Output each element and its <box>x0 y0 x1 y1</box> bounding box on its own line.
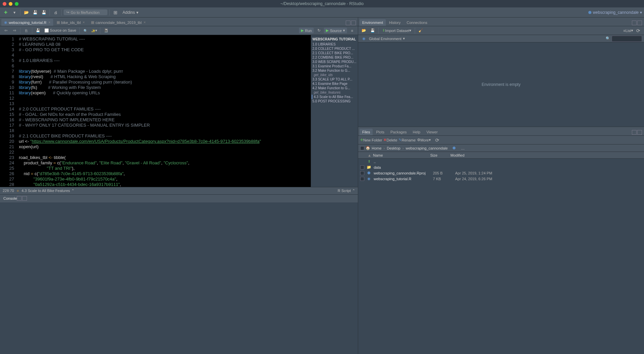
files-header: ▲ Name Size Modified <box>358 152 644 159</box>
sort-indicator[interactable]: ▲ <box>368 153 373 157</box>
tab-bike-ids[interactable]: ▦ bike_ids_tbl × <box>54 19 88 26</box>
file-type[interactable]: R Script <box>338 189 351 193</box>
source-on-save-checkbox[interactable]: Source on Save <box>43 28 77 33</box>
find-button[interactable] <box>82 27 89 34</box>
tab-environment[interactable]: Environment <box>360 19 386 26</box>
grid-button[interactable] <box>112 9 119 16</box>
r-scope-icon[interactable]: ◉ <box>360 35 368 42</box>
new-project-button[interactable]: ▾ <box>11 9 18 16</box>
minimize-pane-icon[interactable] <box>632 130 637 135</box>
rename-button[interactable]: ✎ Rename <box>399 136 416 144</box>
parent-dir-row[interactable]: ⬆.. <box>358 159 644 164</box>
env-scope-bar: ◉ Global Environment ▾ 🔍 <box>358 35 644 42</box>
line-number-gutter: 1234567891011121314151617181920212223242… <box>0 35 17 187</box>
outline-item[interactable]: 2.1 COLLECT BIKE PRO... <box>312 51 357 55</box>
minimize-pane-icon[interactable] <box>346 21 350 25</box>
env-scope[interactable]: Global Environment <box>369 37 402 41</box>
load-workspace-button[interactable]: 📂 <box>360 27 368 34</box>
list-view-button[interactable]: ≡ List ▾ <box>623 27 633 34</box>
home-icon[interactable]: 🏠 <box>366 146 370 150</box>
outline-button[interactable]: ≡ <box>348 27 356 34</box>
tab-viewer[interactable]: Viewer <box>424 129 440 135</box>
close-tab-icon[interactable]: × <box>144 21 146 24</box>
more-path-button[interactable]: … <box>459 144 467 152</box>
more-button[interactable]: More ▾ <box>417 136 431 144</box>
file-checkbox[interactable] <box>360 171 364 175</box>
outline-item[interactable]: 5.0 POST PROCESSING <box>312 99 357 103</box>
code-content[interactable]: # WEBSCRAPING TUTORIAL ----# LEARNING LA… <box>17 35 311 187</box>
minimize-console-icon[interactable] <box>17 196 22 201</box>
maximize-console-icon[interactable] <box>22 196 27 201</box>
minimize-window-icon[interactable] <box>9 2 12 6</box>
close-tab-icon[interactable]: × <box>83 21 85 24</box>
outline-item[interactable]: get_bike_ids <box>312 73 357 77</box>
import-dataset-button[interactable]: ⬇ Import Dataset ▾ <box>381 27 413 34</box>
tab-webscraping-tutorial[interactable]: ◉ webscraping_tutorial.R × <box>1 19 53 26</box>
search-env-input[interactable] <box>612 36 642 42</box>
maximize-pane-icon[interactable] <box>637 21 642 25</box>
outline-item[interactable]: 2.2 COMBINE BIKE PRO... <box>312 55 357 60</box>
outline-item[interactable]: get_bike_features <box>312 90 357 95</box>
console-tab[interactable]: Console <box>0 194 358 202</box>
files-breadcrumb[interactable]: 🏠 Home › Desktop › webscraping_cannondal… <box>358 144 644 152</box>
run-button[interactable]: ▶ Run <box>299 28 314 33</box>
save-workspace-button[interactable]: 💾 <box>369 27 376 34</box>
forward-button[interactable]: ⇨ <box>11 27 18 34</box>
close-tab-icon[interactable]: × <box>48 21 50 24</box>
outline-item[interactable]: 4.2 Make Function to G... <box>312 86 357 90</box>
tab-history[interactable]: History <box>386 19 403 26</box>
print-button[interactable] <box>52 9 59 16</box>
up-folder-icon[interactable]: ⬆ <box>366 159 372 164</box>
compile-report-button[interactable]: 📓 <box>102 27 110 34</box>
addins-button[interactable]: Addins ▾ <box>121 9 140 16</box>
section-label[interactable]: 4.3 Scale to All Bike Features <box>22 189 70 193</box>
rerun-button[interactable]: ↻ <box>315 27 323 34</box>
open-file-button[interactable]: 📂 <box>23 9 30 16</box>
tab-files[interactable]: Files <box>360 129 373 135</box>
save-button[interactable]: 💾 <box>31 9 39 16</box>
outline-item[interactable]: 1.0 LIBRARIES <box>312 42 357 46</box>
maximize-window-icon[interactable] <box>15 2 19 6</box>
minimize-pane-icon[interactable] <box>632 21 637 25</box>
file-checkbox[interactable] <box>360 177 364 181</box>
refresh-env-button[interactable] <box>635 27 642 34</box>
outline-item[interactable]: 3.3 SCALE UP TO ALL P... <box>312 77 357 82</box>
source-button[interactable]: ▶ Source ▾ <box>324 28 347 33</box>
maximize-pane-icon[interactable] <box>637 130 642 135</box>
close-window-icon[interactable] <box>3 2 6 6</box>
file-checkbox[interactable] <box>360 165 364 169</box>
new-file-button[interactable] <box>2 9 9 16</box>
new-folder-button[interactable]: ✚ New Folder <box>360 136 382 144</box>
refresh-files-button[interactable] <box>434 136 441 144</box>
code-editor[interactable]: 1234567891011121314151617181920212223242… <box>0 35 358 187</box>
outline-item[interactable]: 3.2 Make Function to G... <box>312 68 357 73</box>
show-in-window-button[interactable]: ⎘ <box>23 27 30 34</box>
save-all-button[interactable]: 💾 <box>40 9 47 16</box>
clear-workspace-button[interactable] <box>417 27 425 34</box>
back-button[interactable]: ⇦ <box>2 27 9 34</box>
outline-item[interactable]: 4.3 Scale to All Bike Fea... <box>312 95 357 99</box>
tab-plots[interactable]: Plots <box>373 129 387 135</box>
maximize-pane-icon[interactable] <box>351 21 356 25</box>
tab-cannondale-bikes[interactable]: ▦ cannondale_bikes_2019_tbl × <box>88 19 148 26</box>
code-tools-button[interactable]: ▾ <box>91 27 98 34</box>
project-selector[interactable]: ⬢ webscraping_cannondale ▾ <box>588 10 642 15</box>
file-row[interactable]: 📁data <box>358 164 644 170</box>
outline-item[interactable]: 2.0 COLLECT PRODUCT ... <box>312 46 357 51</box>
outline-item[interactable]: 4.1 Examine Bike Page <box>312 82 357 86</box>
document-outline[interactable]: WEBSCRAPING TUTORIAL1.0 LIBRARIES2.0 COL… <box>311 35 358 187</box>
goto-file-input[interactable]: ↪ Go to file/function <box>64 9 107 15</box>
env-tab-bar: Environment History Connections <box>358 18 644 26</box>
tab-help[interactable]: Help <box>410 129 423 135</box>
tab-connections[interactable]: Connections <box>404 19 430 26</box>
save-file-button[interactable]: 💾 <box>34 27 42 34</box>
select-all-checkbox[interactable] <box>360 146 364 150</box>
cursor-position: 228:70 <box>3 189 14 193</box>
delete-button[interactable]: ✖ Delete <box>383 136 397 144</box>
file-row[interactable]: ⬢webscraping_cannondale.Rproj205 BApr 25… <box>358 170 644 176</box>
project-dir-button[interactable]: ⬢ <box>450 144 458 152</box>
outline-item[interactable]: 3.1 Examine Product Fa... <box>312 64 357 68</box>
file-row[interactable]: ◉webscraping_tutorial.R7 KBApr 24, 2019,… <box>358 176 644 182</box>
outline-item[interactable]: 3.0 WEB SCRAPE PRODU... <box>312 60 357 64</box>
tab-packages[interactable]: Packages <box>388 129 409 135</box>
